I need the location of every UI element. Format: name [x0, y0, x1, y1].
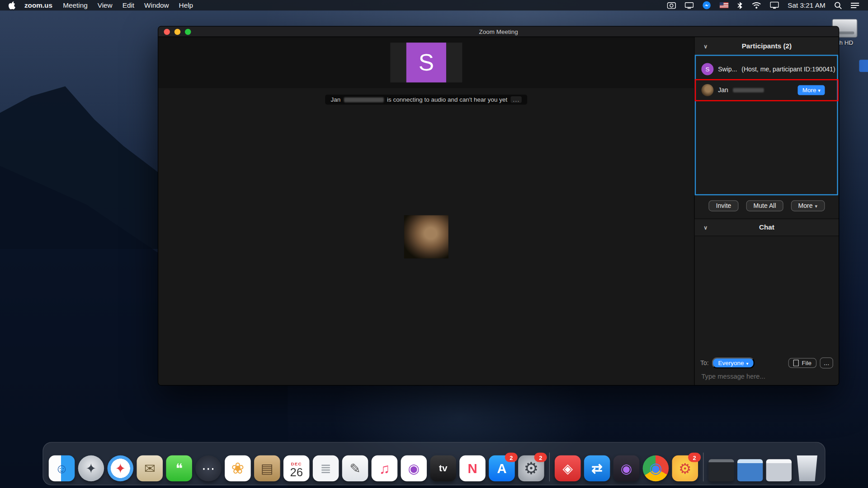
menu-meeting[interactable]: Meeting: [58, 1, 93, 9]
dock-news-icon[interactable]: N: [459, 455, 486, 482]
dock-divider-2: [703, 453, 703, 482]
invite-label: Invite: [716, 202, 731, 209]
invite-button[interactable]: Invite: [709, 200, 739, 211]
apple-tv-glyph: tv: [439, 464, 448, 473]
dock-mail-icon[interactable]: ✉: [137, 455, 163, 482]
participant-detail: (Host, me, participant ID:190041): [741, 66, 835, 73]
dock-minimized-window-dark-icon[interactable]: [708, 459, 734, 481]
dock-textedit-icon[interactable]: ✎: [342, 455, 368, 482]
app-yellow-glyph: ⚙: [679, 461, 692, 476]
participant-row-host[interactable]: S Swip... (Host, me, participant ID:1900…: [696, 60, 837, 78]
menu-window[interactable]: Window: [139, 1, 174, 9]
side-panel: Participants (2) S Swip... (Host, me, pa…: [695, 37, 839, 385]
dock-reminders-icon[interactable]: ≣: [313, 455, 339, 482]
dock-app-yellow-icon[interactable]: ⚙2: [672, 455, 698, 482]
apple-menu-icon[interactable]: [5, 1, 19, 9]
dock-trash-icon[interactable]: [795, 455, 819, 482]
zoom-meeting-window: Zoom Meeting S Jan is connecting to audi…: [158, 26, 839, 386]
window-title-bar[interactable]: Zoom Meeting: [158, 27, 839, 37]
window-title: Zoom Meeting: [158, 28, 839, 35]
chevron-down-icon[interactable]: [703, 43, 708, 49]
dock-podcasts-icon[interactable]: ◉: [401, 455, 427, 482]
dock-app-red-icon[interactable]: ◈: [555, 455, 581, 482]
dock-calendar-icon[interactable]: DEC26: [283, 455, 310, 482]
connecting-audio-banner: Jan is connecting to audio and can't hea…: [325, 94, 527, 104]
chat-more-button[interactable]: ...: [820, 357, 833, 368]
more-button-label: More: [802, 87, 816, 94]
dock-music-icon[interactable]: ♫: [372, 455, 398, 482]
finder-glyph: ☺: [55, 462, 69, 475]
dock-minimized-window-light-icon[interactable]: [766, 459, 792, 481]
blurred-name: [733, 88, 764, 93]
mute-all-button[interactable]: Mute All: [746, 200, 783, 211]
to-label: To:: [700, 360, 709, 366]
dock-apple-tv-icon[interactable]: tv: [430, 455, 456, 482]
menu-view[interactable]: View: [93, 1, 118, 9]
dock-messages-icon[interactable]: ❝: [166, 455, 192, 482]
contacts-glyph: ▤: [261, 462, 274, 475]
chat-header[interactable]: Chat: [695, 219, 839, 236]
dock-system-preferences-icon[interactable]: ⚙2: [518, 455, 544, 482]
spotlight-search-icon[interactable]: [830, 1, 847, 9]
recipient-dropdown[interactable]: Everyone: [712, 357, 755, 368]
dock-finder-icon[interactable]: ☺: [49, 455, 75, 482]
recipient-label: Everyone: [718, 360, 744, 366]
participants-header[interactable]: Participants (2): [695, 37, 839, 55]
banner-text: is connecting to audio and can't hear yo…: [387, 96, 507, 103]
calendar-day: 26: [290, 466, 303, 478]
photos-glyph: ❀: [231, 460, 245, 476]
mute-all-label: Mute All: [753, 202, 776, 209]
dock-photos-icon[interactable]: ❀: [225, 455, 251, 482]
messages-glyph: ❝: [175, 462, 183, 475]
menu-help[interactable]: Help: [174, 1, 198, 9]
dock-app-store-icon[interactable]: A2: [489, 455, 515, 482]
dock-contacts-icon[interactable]: ▤: [254, 455, 280, 482]
active-app-name[interactable]: zoom.us: [19, 1, 58, 9]
participant-avatar: S: [406, 42, 446, 82]
participant-row-guest[interactable]: Jan More: [696, 81, 837, 99]
menu-edit[interactable]: Edit: [118, 1, 139, 9]
notification-badge: 2: [688, 453, 701, 462]
bluetooth-icon[interactable]: [733, 1, 747, 9]
chevron-down-icon[interactable]: [703, 225, 708, 230]
news-glyph: N: [467, 462, 477, 475]
wifi-icon[interactable]: [747, 1, 765, 9]
keyboard-us-flag-icon[interactable]: [715, 1, 733, 9]
app-red-glyph: ◈: [562, 462, 573, 475]
dock: ☺✦✦✉❝⋯❀▤DEC26≣✎♫◉tvNA2⚙2◈⇄◉◉⚙2: [42, 442, 825, 485]
chat-input[interactable]: Type message here...: [701, 372, 765, 380]
menu-bar-clock[interactable]: Sat 3:21 AM: [783, 1, 830, 9]
dock-minimized-window-blue-icon[interactable]: [737, 459, 763, 481]
status-icons-left: [663, 1, 783, 9]
ellipsis-icon: ...: [824, 359, 829, 367]
video-thumbnail[interactable]: [404, 215, 448, 258]
app-purple-glyph: ◉: [621, 462, 632, 475]
participants-footer: Invite Mute All More: [695, 197, 839, 214]
camera-icon[interactable]: [663, 1, 680, 9]
chat-compose-row: To: Everyone File ...: [695, 357, 839, 369]
launchpad-glyph: ✦: [85, 462, 97, 475]
music-glyph: ♫: [379, 461, 390, 476]
desktop-icon-partial[interactable]: [859, 60, 868, 72]
chevron-down-icon: [818, 87, 821, 94]
participants-list: S Swip... (Host, me, participant ID:1900…: [695, 55, 838, 195]
textedit-glyph: ✎: [349, 462, 361, 475]
more-button[interactable]: More: [791, 200, 825, 211]
messenger-icon[interactable]: [698, 1, 715, 9]
dock-launchpad-icon[interactable]: ✦: [78, 455, 104, 482]
dock-chrome-icon[interactable]: ◉: [643, 455, 669, 482]
dock-teamviewer-icon[interactable]: ⇄: [584, 455, 610, 482]
participant-photo-icon: [701, 84, 713, 96]
dock-messenger-dark-icon[interactable]: ⋯: [195, 455, 222, 482]
banner-ellipsis: ...: [511, 96, 522, 103]
menu-bar-status: Sat 3:21 AM: [663, 1, 864, 9]
sidecar-icon[interactable]: [680, 1, 698, 9]
dock-safari-icon[interactable]: ✦: [108, 455, 134, 482]
display-icon[interactable]: [765, 1, 783, 9]
file-button[interactable]: File: [788, 358, 816, 368]
chevron-down-icon: [746, 360, 748, 366]
messenger-dark-glyph: ⋯: [202, 462, 215, 475]
participant-more-button[interactable]: More: [798, 85, 825, 95]
notification-list-icon[interactable]: [846, 1, 863, 9]
dock-app-purple-icon[interactable]: ◉: [613, 455, 640, 482]
